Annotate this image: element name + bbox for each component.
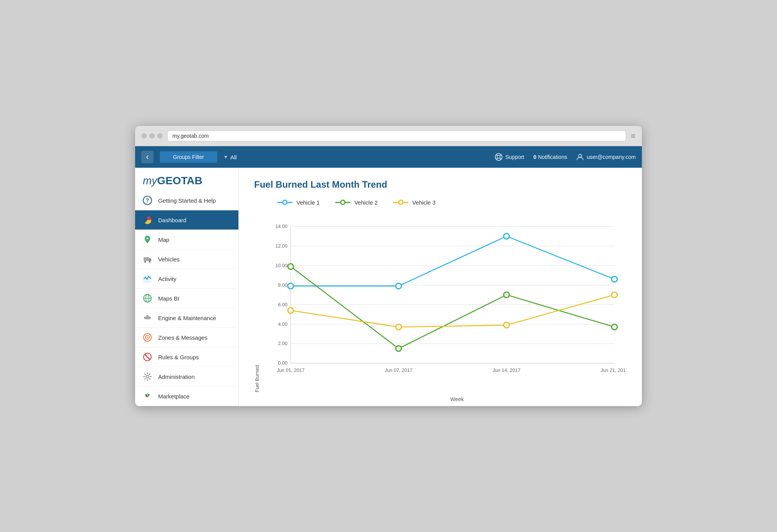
svg-point-63 <box>612 292 617 298</box>
notifications-label: Notifications <box>538 154 567 160</box>
browser-dot-1 <box>141 133 147 139</box>
sidebar-item-getting-started[interactable]: ? Getting Started & Help <box>135 191 238 210</box>
chart-title: Fuel Burned Last Month Trend <box>254 179 627 190</box>
svg-text:12.00: 12.00 <box>275 243 287 249</box>
marketplace-icon <box>142 391 153 401</box>
filter-value: All <box>230 154 237 160</box>
sidebar-item-marketplace[interactable]: Marketplace <box>135 387 238 406</box>
svg-point-54 <box>504 233 509 239</box>
svg-rect-18 <box>144 317 145 319</box>
svg-text:0.00: 0.00 <box>278 360 287 366</box>
url-bar[interactable]: my.geotab.com <box>167 131 626 141</box>
dashboard-icon <box>142 215 153 225</box>
svg-point-55 <box>612 276 617 282</box>
browser-chrome: my.geotab.com ≡ <box>135 126 642 146</box>
legend-item-vehicle1: Vehicle 1 <box>277 199 320 206</box>
svg-text:2.00: 2.00 <box>278 341 287 346</box>
svg-point-56 <box>288 264 294 269</box>
legend-item-vehicle2: Vehicle 2 <box>335 199 378 206</box>
browser-window: my.geotab.com ≡ ‹ Groups Filter ▼ All <box>135 126 642 406</box>
browser-menu-icon[interactable]: ≡ <box>631 132 636 140</box>
sidebar-item-engine-maintenance[interactable]: Engine & Maintenance <box>135 308 238 328</box>
filter-arrow-icon: ▼ <box>223 154 228 160</box>
y-axis-label: Fuel Burned <box>254 365 260 392</box>
svg-point-24 <box>147 337 148 338</box>
vehicles-icon <box>142 254 153 264</box>
notifications-count: 0 <box>533 154 536 160</box>
sidebar-item-activity[interactable]: Activity <box>135 269 238 289</box>
sidebar-item-label-engine-maintenance: Engine & Maintenance <box>158 315 216 321</box>
sidebar-item-label-map: Map <box>158 236 169 243</box>
filter-all-dropdown[interactable]: ▼ All <box>223 154 237 160</box>
sidebar-item-vehicles[interactable]: Vehicles <box>135 249 238 269</box>
svg-point-12 <box>149 261 150 263</box>
svg-text:Jun 14, 2017: Jun 14, 2017 <box>493 368 521 373</box>
svg-point-57 <box>396 346 402 352</box>
svg-line-5 <box>496 158 498 160</box>
legend-label-vehicle1: Vehicle 1 <box>296 199 320 206</box>
engine-maintenance-icon <box>142 312 153 323</box>
svg-point-27 <box>146 375 149 378</box>
main-area: myGEOTAB ? Getting Started & Help Dashbo… <box>135 168 642 406</box>
svg-point-58 <box>504 292 509 298</box>
sidebar-item-label-dashboard: Dashboard <box>158 217 186 223</box>
sidebar-item-label-vehicles: Vehicles <box>158 256 180 263</box>
sidebar-item-label-zones-messages: Zones & Messages <box>158 334 207 341</box>
browser-dots <box>141 133 163 139</box>
svg-point-1 <box>497 155 500 159</box>
svg-rect-19 <box>150 317 151 319</box>
x-axis-label: Week <box>288 396 627 402</box>
chart-legend: Vehicle 1 Vehicle 2 Vehicle 3 <box>277 199 627 206</box>
svg-text:Jun 07, 2017: Jun 07, 2017 <box>385 368 413 373</box>
legend-label-vehicle3: Vehicle 3 <box>412 199 436 206</box>
sidebar-item-administration[interactable]: Administration <box>135 367 238 387</box>
sidebar-item-label-administration: Administration <box>158 373 195 380</box>
svg-rect-20 <box>146 315 147 316</box>
top-bar: ‹ Groups Filter ▼ All Support <box>135 146 642 168</box>
svg-point-61 <box>396 324 402 330</box>
svg-text:10.00: 10.00 <box>275 263 287 268</box>
back-button[interactable]: ‹ <box>141 151 154 163</box>
zones-messages-icon <box>142 332 153 343</box>
top-bar-right: Support 0 Notifications user@company.com <box>495 153 636 161</box>
maps-bi-icon <box>142 293 153 304</box>
notifications-button[interactable]: 0 Notifications <box>533 154 567 160</box>
svg-line-26 <box>145 354 150 360</box>
app-container: ‹ Groups Filter ▼ All Support <box>135 146 642 406</box>
user-email: user@company.com <box>587 154 636 160</box>
svg-rect-10 <box>144 257 149 261</box>
svg-point-6 <box>579 154 582 157</box>
svg-point-53 <box>396 283 402 289</box>
support-label: Support <box>505 154 524 160</box>
svg-text:Jun 01, 2017: Jun 01, 2017 <box>277 368 305 373</box>
svg-text:4.00: 4.00 <box>278 322 287 327</box>
sidebar-item-map[interactable]: Map <box>135 230 238 249</box>
sidebar-item-label-activity: Activity <box>158 276 177 282</box>
getting-started-icon: ? <box>142 195 153 206</box>
svg-text:Jun 21, 2017: Jun 21, 2017 <box>600 368 627 373</box>
administration-icon <box>142 371 153 382</box>
svg-point-59 <box>612 324 617 330</box>
svg-point-60 <box>288 307 294 313</box>
sidebar-item-rules-groups[interactable]: Rules & Groups <box>135 347 238 367</box>
user-button[interactable]: user@company.com <box>576 153 636 161</box>
svg-text:6.00: 6.00 <box>278 302 287 307</box>
content-area: Fuel Burned Last Month Trend Vehicle 1 V… <box>239 168 642 406</box>
svg-text:14.00: 14.00 <box>275 224 287 229</box>
browser-dot-3 <box>157 133 163 139</box>
logo-my: my <box>143 175 157 187</box>
sidebar-item-maps-bi[interactable]: Maps BI <box>135 289 238 308</box>
sidebar-item-dashboard[interactable]: Dashboard <box>135 210 238 230</box>
svg-point-9 <box>147 238 149 240</box>
sidebar-item-label-marketplace: Marketplace <box>158 393 190 400</box>
groups-filter-button[interactable]: Groups Filter <box>160 151 217 163</box>
legend-label-vehicle2: Vehicle 2 <box>354 199 378 206</box>
browser-dot-2 <box>149 133 155 139</box>
user-icon <box>576 153 584 161</box>
svg-line-2 <box>496 155 498 156</box>
svg-text:8.00: 8.00 <box>278 283 287 288</box>
support-button[interactable]: Support <box>495 153 524 161</box>
sidebar-item-zones-messages[interactable]: Zones & Messages <box>135 328 238 347</box>
nav-list: ? Getting Started & Help Dashboard Map V… <box>135 191 238 406</box>
sidebar-item-label-maps-bi: Maps BI <box>158 295 179 302</box>
